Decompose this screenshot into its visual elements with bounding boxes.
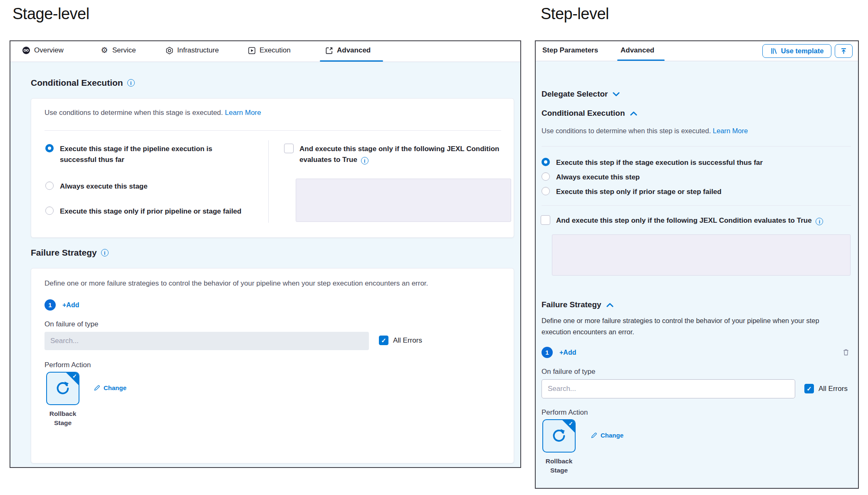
tab-advanced[interactable]: Advanced [325, 46, 371, 55]
radio-always-execute[interactable]: Always execute this step [542, 172, 640, 183]
divider [542, 146, 851, 147]
strategy-list: 1 +Add [45, 299, 79, 311]
tab-label: Step Parameters [542, 46, 598, 55]
failure-type-search-input[interactable] [542, 379, 795, 398]
add-strategy-button[interactable]: +Add [62, 301, 79, 309]
failure-strategy-heading: Failure Strategy i [31, 248, 109, 258]
radio-always-execute[interactable]: Always execute this stage [45, 181, 148, 192]
action-name: Rollback Stage [536, 457, 582, 475]
checkbox-unchecked-icon[interactable] [541, 215, 550, 225]
tab-label: Infrastructure [177, 46, 219, 55]
all-errors-checkbox-row[interactable]: ✓ All Errors [804, 384, 848, 393]
column-divider [268, 140, 269, 223]
conditional-execution-section-toggle[interactable]: Conditional Execution [542, 109, 637, 118]
divider [542, 205, 851, 206]
conditional-execution-description: Use conditions to determine when this st… [45, 109, 261, 117]
tab-service[interactable]: ⚙ Service [100, 46, 136, 55]
step-panel: Step Parameters Advanced Use template De… [535, 40, 859, 489]
use-template-button[interactable]: Use template [762, 44, 831, 58]
stage-level-title: Stage-level [12, 5, 89, 23]
save-as-template-button[interactable] [835, 44, 853, 58]
failure-type-search-input[interactable] [45, 332, 369, 350]
failure-strategy-description: Define one or more failure strategies to… [45, 279, 428, 288]
tab-label: Advanced [621, 46, 654, 55]
check-icon: ✓ [569, 420, 573, 427]
radio-execute-if-failed[interactable]: Execute this step only if prior stage or… [542, 187, 722, 197]
rollback-stage-action-tile[interactable]: ✓ [46, 372, 79, 405]
tab-label: Execution [260, 46, 291, 55]
all-errors-label: All Errors [819, 385, 848, 393]
radio-icon [542, 187, 550, 195]
overview-icon [22, 46, 30, 55]
perform-action-label: Perform Action [45, 361, 91, 369]
on-failure-of-type-label: On failure of type [542, 368, 595, 376]
tab-step-parameters[interactable]: Step Parameters [542, 46, 598, 55]
check-icon: ✓ [806, 385, 812, 392]
strategy-badge[interactable]: 1 [45, 299, 56, 311]
tab-label: Service [112, 46, 136, 55]
screenshot-root: Stage-level Overview ⚙ Service Infrastru… [0, 0, 868, 495]
strategy-list: 1 +Add [542, 347, 576, 358]
checkbox-checked-icon[interactable]: ✓ [379, 336, 388, 345]
advanced-icon [325, 46, 333, 55]
pencil-icon [591, 432, 597, 439]
radio-selected-icon [45, 144, 54, 152]
failure-strategy-section-toggle[interactable]: Failure Strategy [542, 300, 613, 309]
radio-execute-if-successful[interactable]: Execute this step if the stage execution… [542, 157, 763, 168]
on-failure-of-type-label: On failure of type [45, 320, 98, 328]
divider [45, 130, 501, 131]
jexl-condition-input[interactable] [552, 234, 851, 276]
infrastructure-icon [165, 46, 173, 55]
add-strategy-button[interactable]: +Add [559, 349, 576, 356]
check-icon: ✓ [381, 337, 386, 344]
tab-advanced[interactable]: Advanced [621, 46, 654, 55]
checkbox-unchecked-icon[interactable] [284, 144, 294, 153]
perform-action-label: Perform Action [542, 408, 588, 417]
conditional-execution-heading: Conditional Execution i [31, 78, 135, 88]
jexl-condition-checkbox-row[interactable]: And execute this stage only if the follo… [284, 144, 500, 165]
execution-icon [247, 46, 256, 55]
tab-label: Overview [34, 46, 64, 55]
chevron-up-icon [606, 302, 613, 308]
tab-infrastructure[interactable]: Infrastructure [165, 46, 219, 55]
learn-more-link[interactable]: Learn More [225, 109, 261, 117]
tab-label: Advanced [337, 46, 371, 55]
checkbox-checked-icon[interactable]: ✓ [804, 384, 814, 393]
strategy-badge[interactable]: 1 [542, 347, 553, 358]
failure-strategy-card: Define one or more failure strategies to… [31, 268, 514, 463]
radio-icon [45, 206, 54, 215]
stage-tab-bar: Overview ⚙ Service Infrastructure Execut… [10, 41, 520, 62]
chevron-down-icon [613, 92, 620, 97]
pencil-icon [94, 385, 100, 391]
conditional-execution-card: Use conditions to determine when this st… [31, 98, 514, 238]
tab-overview[interactable]: Overview [22, 46, 64, 55]
jexl-condition-checkbox-row[interactable]: And execute this step only if the follow… [541, 215, 823, 226]
radio-selected-icon [542, 158, 550, 166]
radio-icon [542, 172, 550, 181]
radio-icon [45, 182, 54, 190]
stage-panel: Overview ⚙ Service Infrastructure Execut… [10, 40, 521, 468]
info-icon[interactable]: i [361, 157, 368, 164]
jexl-condition-input[interactable] [296, 179, 511, 222]
delegate-selector-section-toggle[interactable]: Delegate Selector [542, 90, 620, 99]
rollback-stage-action-tile[interactable]: ✓ [542, 419, 576, 453]
info-icon[interactable]: i [101, 249, 109, 256]
conditional-execution-description: Use conditions to determine when this st… [542, 127, 748, 135]
step-tab-bar: Step Parameters Advanced Use template [536, 41, 858, 61]
library-icon [770, 47, 777, 55]
active-tab-underline [617, 60, 665, 61]
change-action-button[interactable]: Change [94, 384, 126, 391]
all-errors-checkbox-row[interactable]: ✓ All Errors [379, 336, 422, 345]
radio-execute-if-failed[interactable]: Execute this stage only if prior pipelin… [45, 206, 241, 217]
info-icon[interactable]: i [127, 79, 135, 87]
tab-execution[interactable]: Execution [247, 46, 291, 55]
info-icon[interactable]: i [816, 218, 823, 225]
upload-icon [840, 47, 847, 55]
delete-strategy-button[interactable] [843, 348, 849, 358]
radio-execute-if-successful[interactable]: Execute this stage if the pipeline execu… [45, 144, 231, 165]
check-icon: ✓ [72, 373, 77, 379]
learn-more-link[interactable]: Learn More [713, 127, 748, 134]
change-action-button[interactable]: Change [591, 432, 623, 439]
active-tab-underline [320, 60, 383, 62]
action-name: Rollback Stage [39, 409, 87, 428]
